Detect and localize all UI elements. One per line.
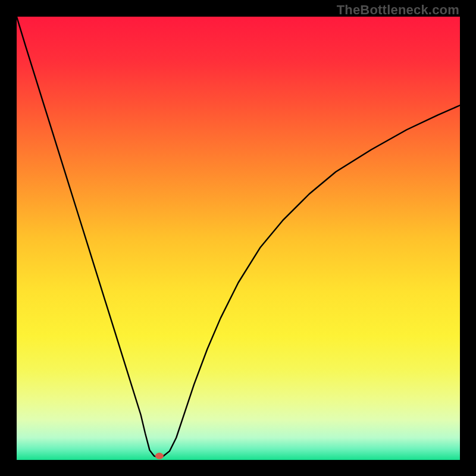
chart-frame: TheBottleneck.com [0,0,476,476]
bottleneck-chart [17,17,460,460]
minimum-marker [155,453,164,459]
plot-area [17,17,460,460]
gradient-background [17,17,460,460]
watermark-text: TheBottleneck.com [337,2,459,18]
